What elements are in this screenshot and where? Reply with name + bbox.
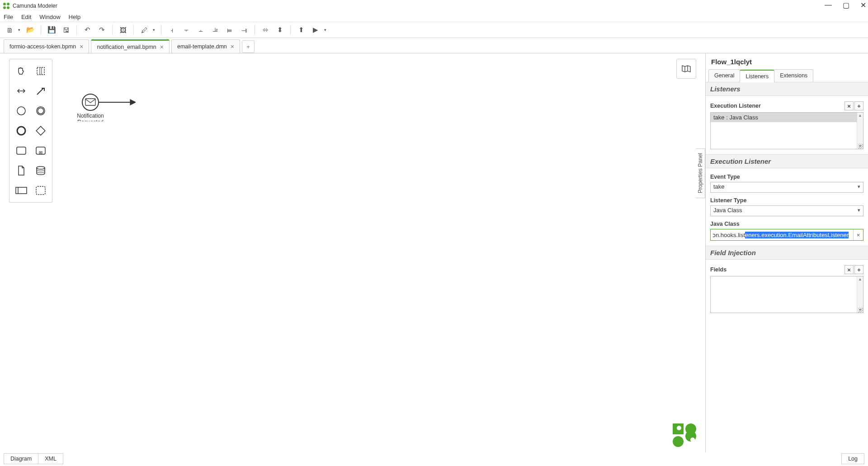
file-tab[interactable]: email-template.dmn × [171, 39, 240, 53]
run-icon[interactable]: ▶ [310, 24, 321, 36]
task-icon[interactable] [11, 141, 31, 161]
camunda-logo-icon [673, 423, 696, 447]
add-listener-button[interactable]: + [854, 101, 863, 110]
properties-tabs: General Listeners Extensions [706, 69, 868, 82]
align-center-v-icon[interactable]: ⫢ [224, 24, 236, 36]
save-icon[interactable]: 💾 [46, 24, 57, 36]
run-dropdown-icon[interactable]: ▾ [322, 24, 328, 36]
svg-point-2 [3, 6, 6, 9]
file-tab-strip: formio-access-token.bpmn × notification_… [0, 38, 868, 53]
undo-icon[interactable]: ↶ [81, 24, 93, 36]
tab-listeners[interactable]: Listeners [740, 70, 774, 82]
title-bar: Camunda Modeler [0, 0, 868, 12]
event-type-select[interactable]: take [710, 182, 863, 193]
bpmn-canvas[interactable]: Notification Requested Email Template em… [0, 53, 136, 121]
execution-listener-list[interactable]: take : Java Class ▲▼ [710, 112, 863, 149]
align-bottom-icon[interactable]: ⫣ [238, 24, 250, 36]
listener-type-label: Listener Type [710, 197, 746, 204]
open-file-icon[interactable]: 📂 [24, 24, 36, 36]
svg-point-8 [17, 127, 25, 135]
properties-panel: Flow_1lqclyt General Listeners Extension… [705, 53, 868, 452]
element-id: Flow_1lqclyt [706, 53, 868, 69]
start-event-label: Notification [77, 113, 104, 119]
subprocess-icon[interactable] [31, 141, 50, 161]
menu-file[interactable]: File [4, 14, 13, 20]
color-dropdown-icon[interactable]: ▾ [151, 24, 156, 36]
pool-icon[interactable] [11, 181, 31, 200]
file-tab-label: formio-access-token.bpmn [9, 43, 76, 50]
window-controls: — ▢ ✕ [825, 1, 866, 10]
section-field-injection-heading: Field Injection [706, 246, 868, 260]
close-tab-icon[interactable]: × [231, 43, 234, 50]
svg-rect-14 [16, 187, 27, 194]
java-class-input[interactable]: ɔn.hooks.listeners.execution.EmailAttrib… [710, 229, 863, 241]
data-store-icon[interactable] [31, 161, 50, 181]
app-title: Camunda Modeler [13, 3, 57, 9]
properties-panel-toggle[interactable]: Properties Panel [695, 148, 705, 198]
file-tab-label: notification_email.bpmn [97, 44, 156, 50]
fields-label: Fields [710, 266, 726, 273]
data-object-icon[interactable] [11, 161, 31, 181]
close-tab-icon[interactable]: × [160, 43, 164, 51]
file-tab[interactable]: notification_email.bpmn × [91, 39, 170, 53]
start-event[interactable] [82, 94, 99, 110]
java-class-label: Java Class [710, 221, 740, 227]
svg-rect-9 [36, 126, 45, 135]
minimap-button[interactable] [676, 59, 696, 79]
listener-item[interactable]: take : Java Class [711, 113, 863, 122]
remove-field-button[interactable]: × [844, 265, 854, 274]
toolbar: 🗎▾ 📂 💾 🖫 ↶ ↷ 🖼 🖊▾ ⫞ ⫟ ⫠ ⫡ ⫢ ⫣ ⬄ ⬍ ⬆ ▶▾ [0, 22, 868, 38]
close-tab-icon[interactable]: × [80, 43, 83, 50]
file-tab[interactable]: formio-access-token.bpmn × [4, 39, 89, 53]
add-field-button[interactable]: + [854, 265, 863, 274]
menu-help[interactable]: Help [69, 14, 81, 20]
canvas-area[interactable]: Properties Panel Notification Requested [0, 53, 705, 452]
file-tab-label: email-template.dmn [177, 43, 227, 50]
color-icon[interactable]: 🖊 [138, 24, 150, 36]
align-center-h-icon[interactable]: ⫟ [180, 24, 192, 36]
new-file-icon[interactable]: 🗎 [4, 24, 15, 36]
end-event-icon[interactable] [11, 121, 31, 141]
group-icon[interactable] [31, 181, 50, 200]
tab-general[interactable]: General [708, 69, 740, 82]
add-tab-button[interactable]: + [242, 40, 255, 53]
svg-point-0 [3, 3, 6, 5]
gateway-icon[interactable] [31, 121, 50, 141]
svg-rect-15 [36, 186, 45, 195]
clear-input-button[interactable]: × [853, 229, 863, 240]
fields-list[interactable]: ▲▼ [710, 276, 863, 313]
svg-rect-10 [17, 147, 26, 154]
distribute-v-icon[interactable]: ⬍ [274, 24, 286, 36]
event-type-label: Event Type [710, 174, 740, 180]
redo-icon[interactable]: ↷ [96, 24, 108, 36]
svg-point-18 [673, 436, 684, 447]
align-left-icon[interactable]: ⫞ [166, 24, 178, 36]
menu-window[interactable]: Window [39, 14, 60, 20]
menu-edit[interactable]: Edit [21, 14, 31, 20]
log-button[interactable]: Log [841, 453, 864, 464]
section-listeners-heading: Listeners [706, 82, 868, 96]
svg-point-19 [677, 426, 681, 430]
menu-bar: File Edit Window Help [0, 12, 868, 22]
remove-listener-button[interactable]: × [844, 101, 854, 110]
save-all-icon[interactable]: 🖫 [60, 24, 72, 36]
deploy-icon[interactable]: ⬆ [295, 24, 307, 36]
svg-point-13 [37, 166, 45, 169]
section-exec-listener-heading: Execution Listener [706, 154, 868, 168]
image-icon[interactable]: 🖼 [117, 24, 129, 36]
svg-point-3 [7, 6, 9, 9]
minimize-button[interactable]: — [825, 1, 832, 10]
listener-type-select[interactable]: Java Class [710, 205, 863, 216]
distribute-h-icon[interactable]: ⬄ [259, 24, 271, 36]
view-tab-diagram[interactable]: Diagram [4, 453, 38, 464]
main-area: Properties Panel Notification Requested [0, 53, 868, 452]
tab-extensions[interactable]: Extensions [774, 69, 813, 82]
align-right-icon[interactable]: ⫠ [195, 24, 207, 36]
close-window-button[interactable]: ✕ [860, 1, 866, 10]
new-file-dropdown-icon[interactable]: ▾ [16, 24, 22, 36]
svg-point-20 [690, 437, 695, 442]
align-top-icon[interactable]: ⫡ [209, 24, 221, 36]
maximize-button[interactable]: ▢ [843, 1, 849, 10]
view-tab-xml[interactable]: XML [38, 453, 63, 464]
app-logo-icon [3, 2, 10, 10]
